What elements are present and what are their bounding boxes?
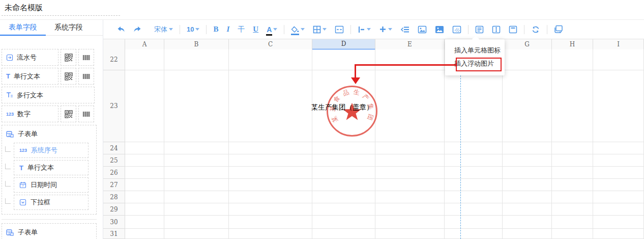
grid-cell-A26[interactable] [125, 167, 164, 179]
tab-form-fields[interactable]: 表单字段 [0, 20, 46, 35]
grid-cell-C23[interactable] [229, 70, 312, 142]
qr-code-icon[interactable] [61, 105, 76, 122]
grid-cell-I28[interactable] [593, 191, 644, 203]
menu-item-insert-cell-icon[interactable]: 插入单元格图标 [445, 44, 505, 57]
grid-cell-C29[interactable] [229, 203, 312, 216]
grid-cell-I22[interactable] [593, 49, 644, 70]
barcode-icon[interactable] [78, 68, 94, 85]
grid-cell-F29[interactable] [445, 203, 503, 216]
tab-system-fields[interactable]: 系统字段 [46, 20, 92, 35]
redo-button[interactable] [129, 23, 146, 36]
row-header-25[interactable]: 25 [103, 154, 125, 167]
align-button[interactable] [354, 23, 375, 36]
field-dropdown[interactable]: 下拉框 [14, 195, 89, 210]
grid-cell-H30[interactable] [552, 216, 593, 229]
grid-cell-I23[interactable] [593, 70, 644, 142]
grid-cell-E22[interactable] [375, 49, 445, 70]
qr-code-icon[interactable] [61, 68, 76, 85]
insert-image-button[interactable] [414, 23, 431, 36]
grid-cell-B29[interactable] [164, 203, 229, 216]
column-header-I[interactable]: I [593, 39, 644, 50]
grid-cell-G23[interactable] [503, 70, 552, 142]
column-header-B[interactable]: B [164, 39, 229, 50]
grid-cell-I31[interactable] [593, 229, 644, 239]
grid-cell-I26[interactable] [593, 167, 644, 179]
grid-cell-I30[interactable] [593, 216, 644, 229]
field-multi-line-text[interactable]: 多行文本 [2, 87, 95, 103]
grid-cell-A29[interactable] [125, 203, 164, 216]
grid-cell-B28[interactable] [164, 191, 229, 203]
watermark-button[interactable] [448, 23, 465, 36]
grid-cell-A31[interactable] [125, 229, 164, 239]
grid-cell-E31[interactable] [375, 229, 445, 239]
grid-cell-F25[interactable] [445, 154, 503, 167]
grid-cell-G31[interactable] [503, 229, 552, 239]
grid-cell-F28[interactable] [445, 191, 503, 203]
field-sub-single-line-text[interactable]: T 单行文本 [14, 160, 89, 175]
column-header-H[interactable]: H [552, 39, 593, 50]
grid-cell-I24[interactable] [593, 142, 644, 154]
grid-cell-F30[interactable] [445, 216, 503, 229]
grid-cell-D26[interactable] [312, 167, 375, 179]
grid-cell-F26[interactable] [445, 167, 503, 179]
column-width-button[interactable] [505, 23, 521, 36]
grid-cell-E25[interactable] [375, 154, 445, 167]
grid-cell-C25[interactable] [229, 154, 312, 167]
grid-cell-G30[interactable] [503, 216, 552, 229]
grid-cell-H26[interactable] [552, 167, 593, 179]
grid-cell-G26[interactable] [503, 167, 552, 179]
grid-cell-A30[interactable] [125, 216, 164, 229]
grid-cell-G27[interactable] [503, 179, 552, 191]
grid-cell-D24[interactable] [312, 142, 375, 154]
grid-cell-B22[interactable] [164, 49, 229, 70]
bold-button[interactable]: B [209, 23, 222, 36]
row-header-22[interactable]: 22 [103, 49, 125, 70]
grid-cell-I25[interactable] [593, 154, 644, 167]
grid-cell-A25[interactable] [125, 154, 164, 167]
grid-cell-H24[interactable] [552, 142, 593, 154]
grid-cell-E23[interactable] [375, 70, 445, 142]
undo-button[interactable] [112, 23, 129, 36]
grid-cell-C30[interactable] [229, 216, 312, 229]
grid-cell-F31[interactable] [445, 229, 503, 239]
grid-cell-F27[interactable] [445, 179, 503, 191]
grid-cell-C26[interactable] [229, 167, 312, 179]
grid-cell-D25[interactable] [312, 154, 375, 167]
grid-cell-A28[interactable] [125, 191, 164, 203]
grid-cell-H25[interactable] [552, 154, 593, 167]
grid-cell-B24[interactable] [164, 142, 229, 154]
grid-cell-A22[interactable] [125, 49, 164, 70]
field-system-serial[interactable]: 123 系统序号 [14, 143, 89, 158]
grid-cell-D22[interactable] [312, 49, 375, 70]
fill-color-button[interactable] [287, 23, 309, 36]
grid-corner[interactable] [103, 39, 125, 50]
grid-cell-B30[interactable] [164, 216, 229, 229]
font-family-select[interactable]: 宋体 [150, 23, 177, 36]
grid-cell-B31[interactable] [164, 229, 229, 239]
row-header-24[interactable]: 24 [103, 142, 125, 154]
grid-cell-H23[interactable] [552, 70, 593, 142]
column-header-A[interactable]: A [125, 39, 164, 50]
grid-cell-G22[interactable] [503, 49, 552, 70]
grid-cell-C22[interactable] [229, 49, 312, 70]
grid-cell-I29[interactable] [593, 203, 644, 216]
grid-cell-G28[interactable] [503, 191, 552, 203]
row-header-27[interactable]: 27 [103, 179, 125, 191]
grid-cell-D31[interactable] [312, 229, 375, 239]
grid-cell-E24[interactable] [375, 142, 445, 154]
grid-cell-G25[interactable] [503, 154, 552, 167]
grid-cell-H27[interactable] [552, 179, 593, 191]
insert-button[interactable] [375, 23, 396, 36]
row-header-31[interactable]: 31 [103, 229, 125, 239]
grid-cell-C28[interactable] [229, 191, 312, 203]
insert-floating-image-button[interactable] [431, 23, 448, 36]
grid-cell-A24[interactable] [125, 142, 164, 154]
row-header-30[interactable]: 30 [103, 216, 125, 229]
grid-cell-H29[interactable] [552, 203, 593, 216]
copy-button[interactable] [550, 23, 567, 36]
row-header-28[interactable]: 28 [103, 191, 125, 203]
italic-button[interactable]: I [222, 23, 233, 36]
grid-cell-F24[interactable] [445, 142, 503, 154]
grid-cell-C31[interactable] [229, 229, 312, 239]
grid-cell-A27[interactable] [125, 179, 164, 191]
